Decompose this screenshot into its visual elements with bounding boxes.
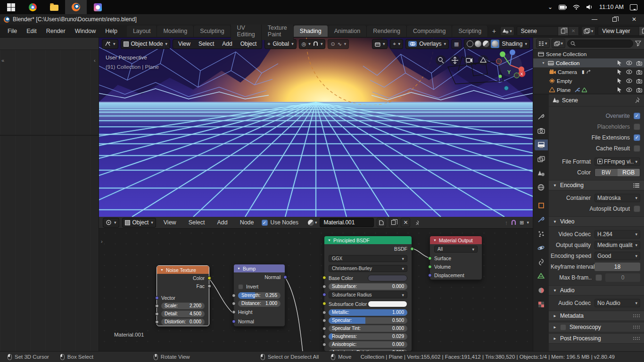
menu-file[interactable]: File	[3, 28, 22, 34]
viewport-menu-select[interactable]: Select	[196, 41, 217, 47]
outliner-row-collection[interactable]: ▼ Collection	[533, 58, 644, 67]
overlays-dropdown[interactable]: Overlays ▾	[405, 39, 449, 49]
taskbar-app-paint3d[interactable]	[87, 0, 108, 14]
view-layer-selector[interactable]: View Layer ✕	[598, 26, 644, 36]
tab-rendering[interactable]: Rendering	[367, 25, 407, 37]
socket-bsdf-out[interactable]	[410, 247, 414, 251]
hide-eye-icon[interactable]	[626, 88, 632, 92]
socket-surface-in[interactable]	[428, 256, 432, 260]
minimize-button[interactable]: —	[585, 14, 604, 25]
view-layer-datablock-button[interactable]: ▾	[581, 26, 596, 36]
tab-tool[interactable]	[535, 111, 548, 122]
specular-field[interactable]: Specular:0.500	[329, 317, 407, 324]
tab-object-data[interactable]	[535, 271, 548, 281]
cache-result-checkbox[interactable]	[634, 145, 640, 152]
tab-output[interactable]	[535, 140, 548, 150]
encoding-speed-dropdown[interactable]: Good▾	[594, 252, 640, 260]
subsurface-color-swatch[interactable]	[368, 301, 407, 307]
filter-icon[interactable]	[635, 41, 641, 46]
scene-selector[interactable]: Scene ✕	[517, 26, 579, 36]
outliner-row-scene-collection[interactable]: Scene Collection	[533, 49, 644, 58]
shader-editor-type-button[interactable]: ▾	[103, 218, 119, 228]
tab-render[interactable]	[535, 125, 548, 136]
noise-node-header[interactable]: ▼Noise Texture	[157, 266, 209, 274]
drag-grip-icon[interactable]	[633, 325, 640, 329]
pivot-point-icon[interactable]: ◎	[302, 41, 306, 47]
view-layer-copy-button[interactable]	[639, 27, 644, 35]
wifi-icon[interactable]	[573, 4, 580, 10]
tab-modeling[interactable]: Modeling	[157, 25, 194, 37]
outliner-display-mode-button[interactable]: ▾	[552, 39, 566, 48]
menu-help[interactable]: Help	[100, 28, 122, 34]
region-collapse-arrow[interactable]: «	[1, 58, 4, 63]
render-visibility-icon[interactable]	[636, 70, 642, 74]
expand-icon[interactable]: ▼	[542, 61, 546, 65]
viewport-menu-object[interactable]: Object	[238, 41, 260, 47]
shader-type-dropdown[interactable]: Object ▾	[122, 218, 156, 228]
scene-unlink-button[interactable]: ✕	[568, 27, 578, 35]
tab-shading[interactable]: Shading	[294, 25, 328, 37]
socket-scale-in[interactable]	[155, 304, 159, 308]
mode-dropdown[interactable]: Object Mode ▾	[121, 39, 171, 49]
subsurface-method-dropdown[interactable]: Christensen-Burley▾	[329, 265, 407, 272]
distance-field[interactable]: Distance:1.000	[238, 300, 281, 307]
tab-scripting[interactable]: Scripting	[452, 25, 488, 37]
socket-subsurface-in[interactable]	[322, 285, 326, 288]
add-workspace-button[interactable]: +	[488, 26, 500, 36]
tab-layout[interactable]: Layout	[127, 25, 157, 37]
copy-material-button[interactable]	[389, 218, 398, 227]
socket-specular-tint-in[interactable]	[322, 327, 326, 330]
tab-material[interactable]	[535, 285, 548, 296]
viewport-menu-add[interactable]: Add	[219, 41, 235, 47]
overwrite-checkbox[interactable]: ✓	[634, 113, 640, 119]
render-visibility-icon[interactable]	[636, 61, 642, 66]
video-codec-dropdown[interactable]: H.264▾	[594, 230, 640, 239]
tab-compositing[interactable]: Compositing	[407, 25, 452, 37]
subsurface-radius-dropdown[interactable]: Subsurface Radius▾	[329, 291, 407, 298]
render-visibility-icon[interactable]	[636, 79, 642, 83]
stereoscopy-checkbox[interactable]	[560, 324, 566, 330]
maximize-button[interactable]	[604, 14, 624, 25]
tab-uv-editing[interactable]: UV Editing	[231, 22, 262, 40]
scene-copy-button[interactable]	[558, 27, 568, 35]
taskbar-app-explorer[interactable]	[43, 0, 65, 14]
container-dropdown[interactable]: Matroska▾	[594, 194, 640, 202]
bump-node-header[interactable]: ▼Bump	[234, 264, 285, 272]
region-expand-arrow[interactable]: ›	[101, 239, 103, 244]
menu-window[interactable]: Window	[70, 28, 100, 34]
output-quality-dropdown[interactable]: Medium qualit▾	[594, 241, 640, 249]
socket-detail-in[interactable]	[155, 312, 159, 316]
tray-chevron-icon[interactable]: ⌄	[548, 4, 553, 10]
material-name-field[interactable]: Material.001	[320, 218, 374, 227]
socket-roughness-in[interactable]	[322, 335, 326, 338]
specular-tint-field[interactable]: Specular Tint:0.000	[329, 325, 407, 332]
outliner-editor-type-button[interactable]: ▾	[536, 39, 550, 48]
stereoscopy-panel-header[interactable]: ► Stereoscopy	[549, 322, 644, 332]
material-browse-icon[interactable]	[308, 220, 314, 226]
socket-volume-in[interactable]	[428, 265, 432, 269]
socket-base-color-in[interactable]	[322, 276, 326, 280]
detail-field[interactable]: Detail:4.500	[161, 311, 205, 317]
shader-menu-add[interactable]: Add	[212, 219, 232, 226]
socket-vector-in[interactable]	[155, 296, 159, 300]
viewport-menu-view[interactable]: View	[175, 41, 193, 47]
output-node-header[interactable]: ▼Material Output	[430, 236, 482, 244]
region-collapse-arrow[interactable]: ‹	[94, 58, 96, 63]
new-material-button[interactable]	[377, 218, 386, 227]
bsdf-node-header[interactable]: ▼Principled BSDF	[324, 236, 412, 244]
clock[interactable]: 11:10 AM	[599, 4, 624, 10]
tab-world[interactable]	[535, 182, 548, 193]
tab-sculpting[interactable]: Sculpting	[194, 25, 231, 37]
hide-eye-icon[interactable]	[626, 79, 632, 83]
outliner-search-input[interactable]	[567, 40, 633, 48]
node-principled-bsdf[interactable]: ▼Principled BSDF BSDF GGX▾ Christensen-B…	[324, 236, 412, 351]
socket-subsurface-color-in[interactable]	[322, 302, 326, 305]
visibility-dropdown[interactable]: ▾	[372, 39, 388, 49]
taskbar-app-chrome[interactable]	[22, 0, 43, 14]
max-b-frames-checkbox[interactable]	[595, 274, 602, 281]
outliner-row-empty[interactable]: Empty	[533, 76, 644, 85]
render-visibility-icon[interactable]	[636, 88, 642, 92]
tab-constraints[interactable]	[535, 256, 548, 267]
anisotropic-field[interactable]: Anisotropic:0.000	[329, 341, 407, 348]
socket-anisotropic-in[interactable]	[322, 343, 326, 346]
